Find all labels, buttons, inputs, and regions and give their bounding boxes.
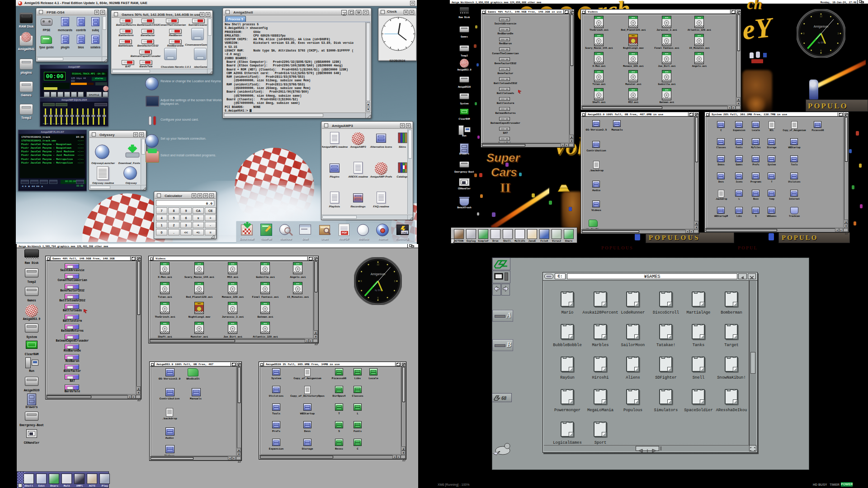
svg-text:12: 12 [820, 15, 822, 18]
svg-text:12: 12 [377, 263, 379, 266]
svg-text:68: 68 [501, 396, 507, 401]
svg-text:3: 3 [838, 32, 839, 35]
svg-text:9: 9 [803, 32, 805, 35]
svg-text:by SN: by SN [375, 289, 381, 291]
svg-text:6: 6 [821, 49, 822, 52]
svg-text:3: 3 [394, 280, 396, 282]
svg-text:6: 6 [377, 296, 379, 299]
svg-text:9: 9 [361, 280, 362, 282]
svg-text:by SN: by SN [818, 41, 824, 44]
